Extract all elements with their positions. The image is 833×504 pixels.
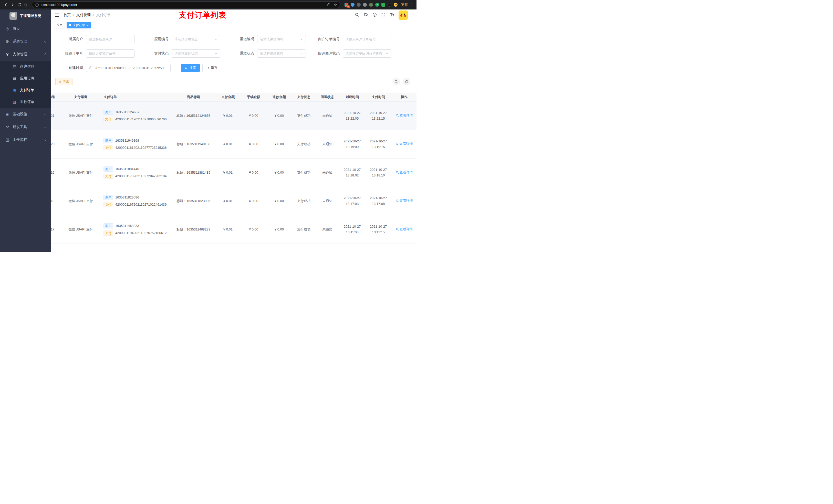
extension-check-icon[interactable]: ✓ [375, 3, 379, 7]
browser-chrome: i localhost:1024/pay/order ☆ 10 ✓ 更新 ⋮ [0, 0, 416, 9]
pay-status-filter-select[interactable]: 请选择支付状态 [172, 49, 220, 57]
merchant-filter-input[interactable] [86, 35, 135, 43]
pay-status-filter-label: 支付状态 [141, 51, 172, 56]
grid-icon: ▦ [12, 76, 17, 81]
pay-amount-cell: ¥ 0.01 [215, 198, 241, 204]
extension-icon[interactable] [381, 3, 385, 7]
sidebar-item-payment[interactable]: ¥ 支付管理 [0, 48, 51, 61]
chevron-down-icon [214, 38, 217, 41]
product-title-cell: 标题：1635311468233 [172, 226, 215, 232]
dashboard-icon: ◷ [5, 26, 10, 31]
font-size-icon[interactable]: TT [390, 13, 394, 18]
close-icon[interactable]: × [87, 24, 89, 27]
address-bar[interactable]: i localhost:1024/pay/order ☆ [32, 1, 340, 8]
browser-update-button[interactable]: 更新 [399, 2, 410, 8]
refresh-table-button[interactable] [403, 78, 410, 86]
user-avatar[interactable] [399, 10, 408, 20]
action-cell: 查看详情 [391, 170, 416, 176]
sidebar-item-system[interactable]: ⚙ 系统管理 [0, 35, 51, 48]
briefcase-icon: ◫ [5, 138, 10, 142]
extension-icon[interactable] [351, 3, 355, 7]
user-menu-caret-icon[interactable] [410, 14, 413, 19]
fee-amount-cell: ¥ 0.00 [241, 226, 266, 232]
monitor-icon: ▣ [5, 112, 10, 117]
pay-time-cell: 2021-10-2713:19:15 [365, 139, 391, 150]
svg-text:?: ? [374, 13, 375, 16]
content: 所属商户 应用编号 请选择应用信息 渠道编码 [51, 29, 416, 252]
site-info-icon[interactable]: i [35, 3, 39, 7]
pay-channel-cell: 微信 JSAPI 支付 [62, 198, 100, 204]
reset-button[interactable]: 重置 [203, 64, 221, 72]
sidebar-item-app-info[interactable]: ▦ 应用信息 [0, 72, 51, 84]
sidebar-item-workflow[interactable]: ◫ 工作流程 [0, 134, 51, 146]
refund-status-filter-select[interactable]: 请选择退款状态 [257, 49, 306, 57]
tab-pay-order[interactable]: 支付订单 × [67, 22, 91, 28]
merchant-no: 1635311949168 [115, 138, 139, 143]
view-detail-link[interactable]: 查看详情 [396, 113, 413, 118]
search-button[interactable]: 搜索 [181, 64, 200, 72]
orders-table: 编号 支付渠道 支付订单 商品标题 支付金额 手续金额 退款金额 支付状态 回调… [51, 93, 416, 252]
channel-order-no-filter-input[interactable] [86, 49, 135, 57]
app-filter-label: 应用编号 [141, 37, 172, 42]
search-icon [396, 142, 399, 145]
chevron-down-icon [44, 113, 46, 115]
sidebar-item-home[interactable]: ◷ 首页 [0, 22, 51, 35]
merchant-filter-label: 所属商户 [55, 37, 86, 42]
tab-home[interactable]: 首页 [54, 22, 65, 28]
extension-emoji-icon[interactable] [394, 3, 398, 7]
channel-code-filter-select[interactable]: 请输入渠道编码 [257, 35, 306, 43]
help-icon[interactable]: ? [373, 13, 377, 18]
chevron-down-icon [385, 52, 388, 55]
sidebar-menu: ◷ 首页 ⚙ 系统管理 ¥ 支付管理 ▤ 商户信息 [0, 22, 51, 146]
pay-channel-cell: 微信 JSAPI 支付 [62, 113, 100, 119]
share-icon[interactable] [327, 3, 331, 7]
filter-form: 所属商户 应用编号 请选择应用信息 渠道编码 [51, 29, 416, 72]
forward-icon[interactable] [9, 2, 16, 8]
create-time-range-picker[interactable]: 2021-10-01 00:00:00 - 2021-10-31 23:59:5… [86, 64, 171, 72]
sidebar-item-merchant-info[interactable]: ▤ 商户信息 [0, 61, 51, 72]
page: i localhost:1024/pay/order ☆ 10 ✓ 更新 ⋮ [0, 0, 416, 252]
sidebar-item-refund-order[interactable]: ▥ 退款订单 [0, 96, 51, 108]
extension-icon[interactable] [369, 3, 373, 7]
order-id-cell: 119 [51, 170, 62, 175]
home-icon[interactable] [23, 2, 29, 8]
order-id-cell: 121 [51, 113, 62, 119]
menu-fold-icon[interactable] [54, 12, 60, 18]
app-title: 芋道管理系统 [20, 14, 41, 18]
merchant-no-tag: 商户 [103, 166, 113, 172]
export-button[interactable]: 导出 [55, 78, 72, 85]
browser-menu-icon[interactable]: ⋮ [410, 3, 414, 7]
chevron-down-icon [214, 52, 217, 55]
breadcrumb-section[interactable]: 支付管理 [76, 13, 91, 18]
view-detail-link[interactable]: 查看详情 [396, 170, 413, 175]
back-icon[interactable] [3, 2, 9, 8]
toggle-search-button[interactable] [392, 78, 400, 86]
col-id: 编号 [51, 94, 62, 100]
view-detail-link[interactable]: 查看详情 [396, 141, 413, 147]
clock-icon [89, 66, 93, 70]
sidebar-item-pay-order[interactable]: ◉ 支付订单 [0, 84, 51, 96]
sidebar-item-dev-tools[interactable]: ⚒ 研发工具 [0, 121, 51, 134]
breadcrumb-home[interactable]: 首页 [64, 13, 71, 18]
reload-icon[interactable] [16, 2, 23, 8]
merchant-no: 1635311881440 [115, 166, 139, 172]
pay-no: 4200001181202110277723215336 [115, 145, 167, 150]
pinned-extension-icon[interactable] [387, 3, 391, 7]
app-filter-select[interactable]: 请选择应用信息 [172, 35, 220, 43]
extension-icon[interactable] [363, 3, 367, 7]
merchant-order-no-filter-input[interactable] [343, 35, 391, 43]
col-fee: 手续金额 [241, 94, 266, 100]
notify-status-filter-select[interactable]: 请选择订单回调商户状态 [343, 49, 391, 57]
bookmark-star-icon[interactable]: ☆ [334, 3, 337, 7]
sidebar-item-infra[interactable]: ▣ 基础设施 [0, 108, 51, 121]
extension-grid-icon[interactable]: 10 [344, 3, 348, 7]
search-icon[interactable] [355, 13, 359, 18]
date-range-start: 2021-10-01 00:00:00 [95, 66, 125, 70]
github-icon[interactable] [363, 12, 368, 18]
extension-icon[interactable] [357, 3, 361, 7]
order-id-cell: 118 [51, 198, 62, 204]
view-detail-link[interactable]: 查看详情 [396, 226, 413, 232]
fullscreen-icon[interactable] [381, 13, 385, 18]
view-detail-link[interactable]: 查看详情 [396, 198, 413, 203]
pay-status-cell: 支付成功 [292, 141, 315, 147]
